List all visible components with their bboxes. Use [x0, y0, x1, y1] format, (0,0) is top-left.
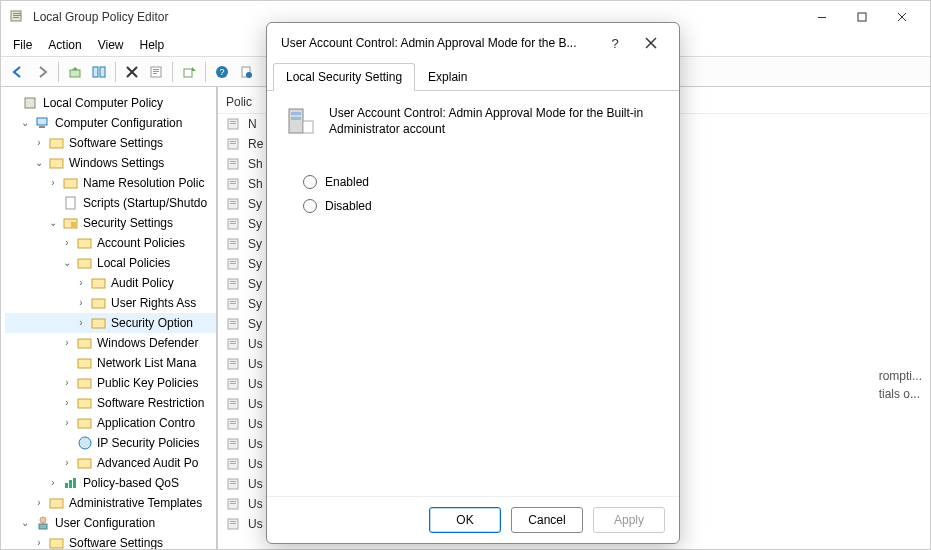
delete-button[interactable]	[121, 61, 143, 83]
tree-software-settings[interactable]: › Software Settings	[5, 133, 216, 153]
chevron-right-icon[interactable]: ›	[33, 134, 45, 152]
tree-label: Network List Mana	[97, 354, 196, 372]
folder-icon	[77, 355, 93, 371]
svg-rect-34	[92, 299, 105, 308]
chevron-right-icon[interactable]: ›	[61, 234, 73, 252]
tree-advanced-audit[interactable]: › Advanced Audit Po	[5, 453, 216, 473]
chevron-right-icon[interactable]: ›	[33, 534, 45, 549]
tab-explain[interactable]: Explain	[415, 63, 480, 91]
tree-security-settings[interactable]: ⌄ Security Settings	[5, 213, 216, 233]
up-button[interactable]	[64, 61, 86, 83]
policy-item-icon	[226, 236, 242, 252]
dialog-close-button[interactable]	[637, 29, 665, 57]
maximize-button[interactable]	[842, 3, 882, 31]
chevron-right-icon[interactable]: ›	[75, 294, 87, 312]
chevron-down-icon[interactable]: ⌄	[33, 154, 45, 172]
menu-view[interactable]: View	[98, 38, 124, 52]
tree-user-software-settings[interactable]: › Software Settings	[5, 533, 216, 549]
chevron-right-icon[interactable]: ›	[75, 314, 87, 332]
chevron-right-icon[interactable]: ›	[33, 494, 45, 512]
svg-rect-84	[230, 341, 236, 342]
chevron-right-icon[interactable]: ›	[61, 334, 73, 352]
policy-row-label: Sy	[248, 295, 262, 313]
svg-rect-3	[13, 17, 19, 18]
close-button[interactable]	[882, 3, 922, 31]
tree-label: Security Option	[111, 314, 193, 332]
tree-label: Advanced Audit Po	[97, 454, 198, 472]
svg-rect-31	[78, 239, 91, 248]
radio-enabled[interactable]: Enabled	[303, 175, 661, 189]
svg-rect-57	[230, 161, 236, 162]
back-button[interactable]	[7, 61, 29, 83]
dialog-help-button[interactable]: ?	[601, 29, 629, 57]
policy-item-icon	[226, 216, 242, 232]
properties-button[interactable]	[145, 61, 167, 83]
tree-security-options[interactable]: › Security Option	[5, 313, 216, 333]
export-button[interactable]	[178, 61, 200, 83]
svg-rect-72	[230, 261, 236, 262]
chevron-right-icon[interactable]: ›	[61, 394, 73, 412]
policy-row-label: Sy	[248, 315, 262, 333]
tree-label: Computer Configuration	[55, 114, 182, 132]
chevron-down-icon[interactable]: ⌄	[47, 214, 59, 232]
minimize-button[interactable]	[802, 3, 842, 31]
chevron-right-icon[interactable]: ›	[47, 174, 59, 192]
svg-rect-99	[230, 441, 236, 442]
svg-rect-81	[230, 321, 236, 322]
folder-icon	[63, 175, 79, 191]
chevron-right-icon[interactable]: ›	[47, 474, 59, 492]
help-button[interactable]: ?	[211, 61, 233, 83]
chevron-right-icon[interactable]: ›	[61, 374, 73, 392]
cancel-button[interactable]: Cancel	[511, 507, 583, 533]
menu-action[interactable]: Action	[48, 38, 81, 52]
tree-network-list[interactable]: Network List Mana	[5, 353, 216, 373]
tree-software-restriction[interactable]: › Software Restriction	[5, 393, 216, 413]
menu-file[interactable]: File	[13, 38, 32, 52]
tree-windows-settings[interactable]: ⌄ Windows Settings	[5, 153, 216, 173]
ok-button[interactable]: OK	[429, 507, 501, 533]
radio-disabled[interactable]: Disabled	[303, 199, 661, 213]
tree-audit-policy[interactable]: › Audit Policy	[5, 273, 216, 293]
chevron-right-icon[interactable]: ›	[61, 414, 73, 432]
chevron-right-icon[interactable]: ›	[75, 274, 87, 292]
tree-ip-security[interactable]: IP Security Policies	[5, 433, 216, 453]
policy-row-label: Sy	[248, 255, 262, 273]
svg-point-41	[79, 437, 91, 449]
chevron-down-icon[interactable]: ⌄	[61, 254, 73, 272]
svg-rect-30	[71, 222, 76, 227]
tree-label: Software Restriction	[97, 394, 204, 412]
tree-root[interactable]: Local Computer Policy	[5, 93, 216, 113]
globe-icon	[77, 435, 93, 451]
filter-button[interactable]	[235, 61, 257, 83]
menu-help[interactable]: Help	[140, 38, 165, 52]
chevron-right-icon[interactable]: ›	[61, 454, 73, 472]
svg-rect-37	[78, 359, 91, 368]
tree-qos[interactable]: › Policy-based QoS	[5, 473, 216, 493]
policy-row-label: Us	[248, 475, 263, 493]
tree-user-rights[interactable]: › User Rights Ass	[5, 293, 216, 313]
chevron-down-icon[interactable]: ⌄	[19, 114, 31, 132]
tree-account-policies[interactable]: › Account Policies	[5, 233, 216, 253]
tree-computer-configuration[interactable]: ⌄ Computer Configuration	[5, 113, 216, 133]
chevron-down-icon[interactable]: ⌄	[19, 514, 31, 532]
tree-scripts[interactable]: Scripts (Startup/Shutdo	[5, 193, 216, 213]
tree-public-key[interactable]: › Public Key Policies	[5, 373, 216, 393]
tree-pane[interactable]: Local Computer Policy ⌄ Computer Configu…	[1, 87, 217, 549]
folder-lock-icon	[91, 315, 107, 331]
tree-windows-defender[interactable]: › Windows Defender	[5, 333, 216, 353]
tree-application-control[interactable]: › Application Contro	[5, 413, 216, 433]
dialog-title: User Account Control: Admin Approval Mod…	[281, 36, 576, 50]
folder-icon	[77, 335, 93, 351]
tree-local-policies[interactable]: ⌄ Local Policies	[5, 253, 216, 273]
tree-name-resolution[interactable]: › Name Resolution Polic	[5, 173, 216, 193]
forward-button[interactable]	[31, 61, 53, 83]
tree-admin-templates[interactable]: › Administrative Templates	[5, 493, 216, 513]
apply-button[interactable]: Apply	[593, 507, 665, 533]
tab-local-security-setting[interactable]: Local Security Setting	[273, 63, 415, 91]
folder-lock-icon	[77, 235, 93, 251]
scroll-icon	[63, 195, 79, 211]
folder-icon	[49, 155, 65, 171]
tree-user-configuration[interactable]: ⌄ User Configuration	[5, 513, 216, 533]
show-hide-tree-button[interactable]	[88, 61, 110, 83]
svg-rect-117	[291, 117, 301, 120]
